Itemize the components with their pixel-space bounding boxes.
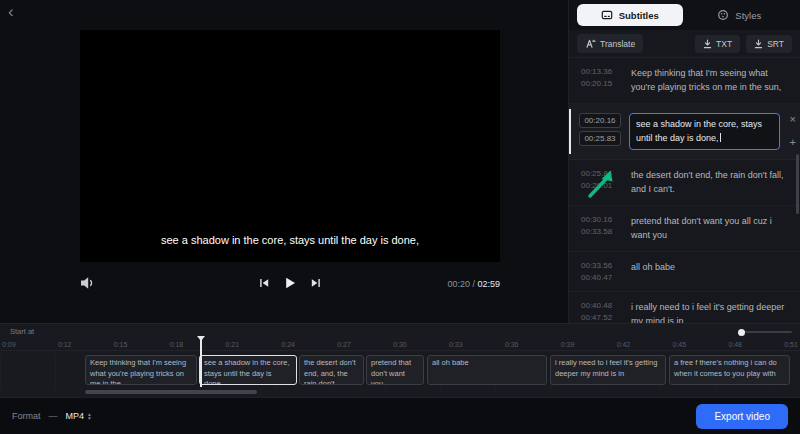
ruler-tick: 0:18 [170, 341, 184, 348]
subtitle-text[interactable]: the desert don't end, the rain don't fal… [631, 169, 790, 196]
add-subtitle-icon[interactable]: + [790, 137, 796, 148]
download-icon [703, 39, 712, 49]
ruler-tick: 0:48 [728, 341, 742, 348]
player-controls: 00:20 / 02:59 [80, 273, 500, 297]
subtitle-start-time: 00:30.16 [581, 215, 623, 224]
subtitle-row[interactable]: 00:30.16 00:33.58 pretend that don't wan… [569, 206, 800, 252]
subtitle-text[interactable]: i really need to i feel it's getting dee… [631, 301, 790, 323]
subtitle-times: 00:20.16 00:25.83 [579, 113, 621, 150]
transport-controls [258, 276, 322, 290]
total-duration: 02:59 [477, 279, 500, 289]
timeline-clip[interactable]: Keep thinking that I'm seeing what you'r… [85, 355, 197, 385]
back-chevron-icon[interactable]: ‹ [8, 2, 14, 22]
export-video-button[interactable]: Export video [696, 404, 788, 429]
play-icon[interactable] [283, 276, 297, 290]
time-separator: / [472, 279, 475, 289]
timeline-clip[interactable]: all oh babe [427, 355, 547, 385]
main-area: ‹ see a shadow in the core, stays until … [0, 0, 800, 323]
subtitle-end-time: 00:33.58 [581, 227, 623, 236]
timeline-clip-selected[interactable]: see a shadow in the core, stays until th… [199, 355, 297, 385]
subtitles-panel: Subtitles Styles [568, 0, 800, 323]
panel-toolbar: Translate TXT SRT [569, 30, 800, 58]
subtitle-row[interactable]: 00:40.48 00:47.52 i really need to i fee… [569, 292, 800, 323]
timeline-clip-text: see a shadow in the core, stays until th… [204, 358, 289, 385]
timeline-zoom-slider[interactable] [740, 331, 792, 333]
translate-button[interactable]: Translate [577, 34, 643, 53]
panel-tabs: Subtitles Styles [569, 0, 800, 30]
subtitle-row-selected[interactable]: 00:20.16 00:25.83 see a shadow in the co… [569, 104, 800, 160]
subtitle-end-time-input[interactable]: 00:25.83 [579, 131, 621, 146]
tab-subtitles-label: Subtitles [619, 10, 659, 21]
panel-scrollbar[interactable] [796, 154, 799, 214]
video-subtitle-overlay: see a shadow in the core, stays until th… [90, 234, 490, 246]
timeline-scrollbar[interactable] [85, 390, 257, 394]
subtitle-text[interactable]: Keep thinking that I'm seeing what you'r… [631, 67, 790, 94]
timeline-clip[interactable]: i really need to i feel it's getting dee… [550, 355, 666, 385]
subtitle-times: 00:13.36 00:20.15 [581, 67, 623, 94]
subtitle-row-actions: × + [790, 114, 796, 148]
tab-styles[interactable]: Styles [687, 4, 793, 26]
timeline-clip-text: the desert don't end, and, the rain don'… [304, 358, 355, 385]
subtitle-row[interactable]: 00:13.36 00:20.15 Keep thinking that I'm… [569, 58, 800, 104]
format-select[interactable]: MP4 ▴▾ [66, 411, 91, 421]
tab-styles-label: Styles [735, 10, 761, 21]
ruler-tick: 0:24 [281, 341, 295, 348]
ruler-tick: 0:39 [561, 341, 575, 348]
translate-icon [585, 38, 596, 49]
footer-bar: Format — MP4 ▴▾ Export video [0, 397, 800, 434]
timeline-playhead[interactable] [200, 337, 202, 387]
video-stage: ‹ see a shadow in the core, stays until … [0, 0, 568, 323]
ruler-tick: 0:36 [505, 341, 519, 348]
format-value: MP4 [66, 411, 85, 421]
ruler-tick: 0:12 [58, 341, 72, 348]
timeline-header: Start at [0, 324, 800, 338]
timeline-clip[interactable]: the desert don't end, and, the rain don'… [299, 355, 364, 385]
timeline-clip-text: i really need to i feel it's getting dee… [555, 358, 657, 378]
ruler-tick: 0:45 [673, 341, 687, 348]
timeline-clip-text: Keep thinking that I'm seeing what you'r… [90, 358, 186, 385]
download-txt-button[interactable]: TXT [695, 35, 740, 53]
subtitle-end-time: 00:20.15 [581, 79, 623, 88]
timeline-ruler[interactable]: 0:09 0:12 0:15 0:18 0:21 0:24 0:27 0:30 … [0, 338, 800, 351]
format-group: Format — MP4 ▴▾ [12, 411, 91, 421]
skip-back-icon[interactable] [258, 277, 270, 289]
ruler-tick: 0:42 [617, 341, 631, 348]
ruler-tick: 0:09 [2, 341, 16, 348]
ruler-tick: 0:15 [114, 341, 128, 348]
timeline-clip-text: all oh babe [432, 358, 469, 367]
subtitle-row[interactable]: 00:25.84 00:29.01 the desert don't end, … [569, 160, 800, 206]
subtitle-edit-input[interactable]: see a shadow in the core, stays until th… [629, 113, 780, 150]
start-at-label: Start at [10, 327, 34, 336]
tab-subtitles[interactable]: Subtitles [577, 4, 683, 26]
timeline: Start at 0:09 0:12 0:15 0:18 0:21 0:24 0… [0, 323, 800, 397]
ruler-tick: 0:33 [449, 341, 463, 348]
download-srt-button[interactable]: SRT [746, 35, 792, 53]
subtitle-text[interactable]: all oh babe [631, 261, 790, 282]
subtitle-start-time: 00:40.48 [581, 301, 623, 310]
download-icon [754, 39, 763, 49]
playback-timecode: 00:20 / 02:59 [447, 279, 500, 289]
translate-label: Translate [600, 39, 635, 49]
timeline-clip[interactable]: pretend that don't want you [366, 355, 424, 385]
timeline-clip-text: pretend that don't want you [371, 358, 411, 385]
ruler-tick: 0:30 [393, 341, 407, 348]
subtitle-row[interactable]: 00:33.56 00:40.47 all oh babe [569, 252, 800, 292]
subtitle-end-time: 00:40.47 [581, 273, 623, 282]
subtitle-times: 00:30.16 00:33.58 [581, 215, 623, 242]
zoom-slider-handle[interactable] [738, 329, 745, 336]
video-player[interactable]: see a shadow in the core, stays until th… [80, 30, 500, 262]
format-separator: — [49, 411, 58, 421]
timeline-clip[interactable]: a free f there's nothing i can do when i… [669, 355, 790, 385]
subtitle-text[interactable]: pretend that don't want you all cuz i wa… [631, 215, 790, 242]
volume-icon[interactable] [80, 276, 96, 290]
selected-row-indicator [569, 109, 571, 154]
styles-icon [717, 9, 729, 21]
format-stepper-icon[interactable]: ▴▾ [88, 412, 91, 421]
srt-label: SRT [767, 39, 784, 49]
subtitle-list: 00:13.36 00:20.15 Keep thinking that I'm… [569, 58, 800, 323]
close-icon[interactable]: × [790, 114, 796, 125]
subtitle-start-time-input[interactable]: 00:20.16 [579, 113, 621, 128]
ruler-tick: 0:27 [337, 341, 351, 348]
skip-forward-icon[interactable] [310, 277, 322, 289]
subtitle-start-time: 00:13.36 [581, 67, 623, 76]
